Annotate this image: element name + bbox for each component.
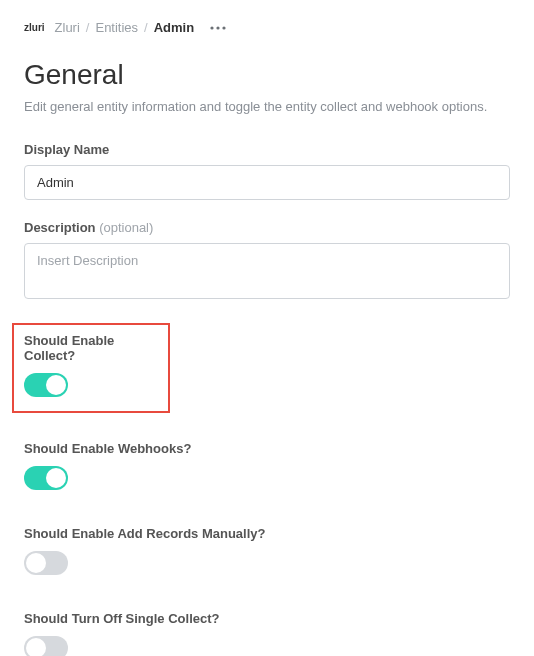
page-title: General [24, 59, 510, 91]
toggle-knob [26, 553, 46, 573]
breadcrumb-item-zluri[interactable]: Zluri [55, 20, 80, 35]
svg-point-0 [211, 26, 214, 29]
enable-webhooks-label: Should Enable Webhooks? [24, 441, 510, 456]
display-name-input[interactable] [24, 165, 510, 200]
breadcrumb-separator: / [144, 20, 148, 35]
svg-point-1 [217, 26, 220, 29]
add-records-label: Should Enable Add Records Manually? [24, 526, 510, 541]
enable-collect-toggle[interactable] [24, 373, 68, 397]
enable-collect-label: Should Enable Collect? [24, 333, 158, 363]
toggle-knob [46, 468, 66, 488]
svg-point-2 [223, 26, 226, 29]
single-collect-row: Should Turn Off Single Collect? [24, 603, 510, 656]
enable-collect-highlight: Should Enable Collect? [12, 323, 170, 413]
breadcrumb-item-entities[interactable]: Entities [95, 20, 138, 35]
add-records-toggle[interactable] [24, 551, 68, 575]
display-name-field: Display Name [24, 142, 510, 200]
single-collect-label: Should Turn Off Single Collect? [24, 611, 510, 626]
breadcrumb-item-admin: Admin [154, 20, 194, 35]
page-subtitle: Edit general entity information and togg… [24, 99, 510, 114]
optional-label: (optional) [99, 220, 153, 235]
description-label: Description (optional) [24, 220, 510, 235]
toggle-knob [26, 638, 46, 656]
breadcrumb: zluri Zluri / Entities / Admin [24, 20, 510, 35]
add-records-row: Should Enable Add Records Manually? [24, 518, 510, 583]
brand-logo: zluri [24, 22, 45, 33]
enable-webhooks-row: Should Enable Webhooks? [24, 433, 510, 498]
toggle-knob [46, 375, 66, 395]
description-input[interactable] [24, 243, 510, 299]
display-name-label: Display Name [24, 142, 510, 157]
enable-webhooks-toggle[interactable] [24, 466, 68, 490]
breadcrumb-separator: / [86, 20, 90, 35]
single-collect-toggle[interactable] [24, 636, 68, 656]
description-field: Description (optional) [24, 220, 510, 303]
more-options-icon[interactable] [210, 26, 226, 30]
